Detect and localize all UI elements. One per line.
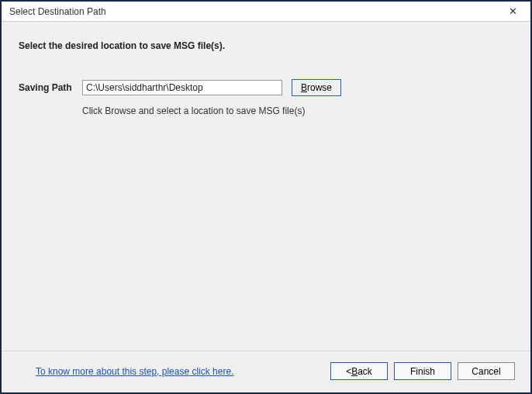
- browse-button[interactable]: Browse: [292, 79, 341, 96]
- button-row: < Back Finish Cancel: [330, 362, 515, 380]
- title-bar: Select Destination Path ✕: [2, 2, 530, 22]
- window-title: Select Destination Path: [9, 6, 106, 17]
- instruction-heading: Select the desired location to save MSG …: [19, 40, 513, 51]
- browse-label-rest: rowse: [307, 82, 332, 93]
- back-rest: ack: [358, 366, 372, 377]
- back-mnemonic: B: [351, 366, 358, 377]
- saving-path-row: Saving Path Browse: [19, 79, 513, 96]
- content-area: Select the desired location to save MSG …: [2, 22, 530, 351]
- saving-path-label: Saving Path: [19, 82, 82, 93]
- back-button[interactable]: < Back: [330, 362, 388, 380]
- help-link[interactable]: To know more about this step, please cli…: [36, 366, 233, 377]
- finish-button[interactable]: Finish: [394, 362, 451, 380]
- dialog-window: Select Destination Path ✕ Select the des…: [0, 0, 532, 394]
- close-icon[interactable]: ✕: [501, 4, 524, 19]
- hint-text: Click Browse and select a location to sa…: [82, 105, 513, 116]
- saving-path-input[interactable]: [82, 80, 282, 95]
- back-prefix: <: [346, 366, 351, 377]
- footer: To know more about this step, please cli…: [2, 351, 530, 392]
- cancel-button[interactable]: Cancel: [458, 362, 515, 380]
- browse-mnemonic: B: [301, 82, 307, 93]
